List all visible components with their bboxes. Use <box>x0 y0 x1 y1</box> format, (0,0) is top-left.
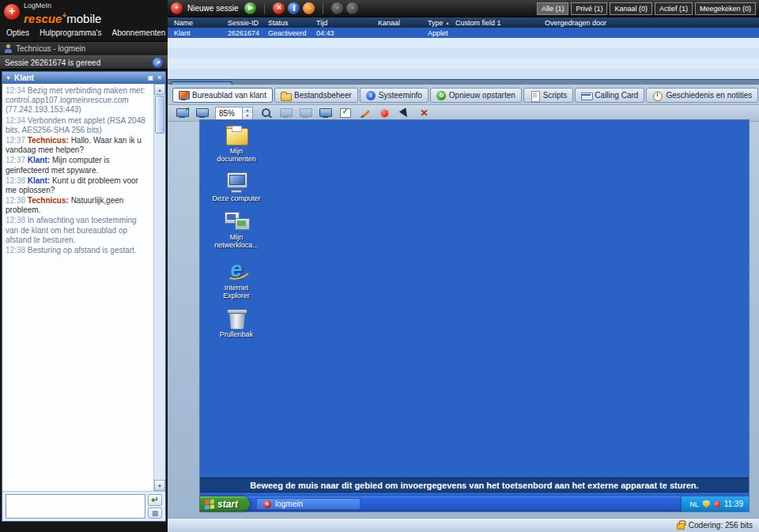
send-message-button[interactable]: ↵ <box>148 494 162 506</box>
tab-systeeminfo[interactable]: i Systeeminfo <box>360 88 429 103</box>
chat-input[interactable] <box>6 494 145 519</box>
brand-rescue-mobile-logo: rescue+mobile <box>24 9 168 25</box>
menu-abonnementen[interactable]: Abonnementen <box>112 28 166 37</box>
ws-tab-label: Geschiedenis en notities <box>666 91 752 100</box>
chat-close-icon[interactable]: ✕ <box>157 74 162 81</box>
tab-opnieuw-opstarten[interactable]: ↻ Opnieuw opstarten <box>430 88 522 103</box>
ws-tab-label: Systeeminfo <box>379 91 422 100</box>
zoom-select[interactable]: 85% ▲ ▼ <box>215 107 253 120</box>
menu-opties[interactable]: Opties <box>6 28 29 37</box>
column-custom-field-1[interactable]: Custom field 1 <box>455 19 545 27</box>
arrow-badge-icon: ↗ <box>184 106 190 113</box>
chat-scrollbar[interactable]: ▲ ▼ <box>153 84 165 491</box>
monitor-icon <box>300 108 312 118</box>
start-button[interactable]: start <box>200 496 250 511</box>
desktop-icon-mijn-netwerklocaties[interactable]: Mijn netwerkloca... <box>211 211 262 250</box>
chat-input-buttons: ↵ ▦ <box>148 494 162 519</box>
menu-hulpprogrammas[interactable]: Hulpprogramma's <box>40 28 102 37</box>
column-kanaal[interactable]: Kanaal <box>378 19 428 27</box>
column-sessie-id[interactable]: Sessie-ID <box>228 19 268 27</box>
new-session-icon[interactable]: + <box>171 2 183 14</box>
tray-clock[interactable]: 11:39 <box>724 500 743 508</box>
logmein-task-icon: + <box>263 500 271 508</box>
tab-bureaublad-van-klant[interactable]: Bureaublad van klant <box>172 88 273 103</box>
end-session-icon[interactable]: ✕ <box>273 2 285 14</box>
magnifier-button[interactable] <box>258 106 274 120</box>
keypad-icon: ▦ <box>152 509 159 517</box>
end-remote-control-button[interactable]: ✕ <box>416 106 432 120</box>
desktop-icon-label: Prullenbak <box>220 330 254 338</box>
filter-meegekeken[interactable]: Meegekeken (0) <box>695 2 756 15</box>
desktop-icon-internet-explorer[interactable]: e Internet Explorer <box>211 258 262 300</box>
rescue-app-icon: + <box>4 4 20 20</box>
tab-geschiedenis-en-notities[interactable]: Geschiedenis en notities <box>646 88 758 103</box>
chat-log[interactable]: 12:34 Bezig met verbinding maken met: co… <box>2 84 165 491</box>
send-icon: ↵ <box>151 495 158 505</box>
filter-alle[interactable]: Alle (1) <box>537 2 569 15</box>
chat-sender-client: Klant: <box>28 176 50 185</box>
keyboard-hint-bar[interactable]: Beweeg de muis naar dit gebied om invoer… <box>200 477 749 492</box>
internet-explorer-icon: e <box>230 258 242 282</box>
remote-desktop-icon <box>179 91 189 100</box>
whiteboard-button[interactable]: ✓ <box>337 106 353 120</box>
filter-prive[interactable]: Privé (1) <box>571 2 607 15</box>
chat-message-text: Hallo. Waar kan ik u vandaag mee helpen? <box>6 136 142 154</box>
keyboard-language-indicator[interactable]: NL <box>689 500 699 508</box>
desktop-icon-prullenbak[interactable]: Prullenbak <box>211 308 262 338</box>
column-status[interactable]: Status <box>268 19 316 27</box>
column-overgedragen-door[interactable]: Overgedragen door <box>545 19 759 27</box>
taskbar-item-logmein[interactable]: + logmein <box>256 498 361 510</box>
view-options-button[interactable]: ↗ <box>174 106 191 120</box>
start-label: start <box>217 499 238 510</box>
network-screen-1 <box>227 214 236 220</box>
remote-desktop-screen[interactable]: Mijn documenten Deze computer Mijn netwe… <box>199 119 750 512</box>
magnifier-icon <box>261 108 272 119</box>
column-type[interactable]: Type ▲ <box>428 19 455 27</box>
pen-button[interactable] <box>357 106 373 120</box>
status-bar: Codering: 256 bits <box>168 518 759 532</box>
rescue-tray-icon[interactable] <box>714 501 720 507</box>
windows-flag-icon <box>205 499 214 509</box>
monitors-button[interactable] <box>194 106 210 120</box>
table-row-empty <box>168 48 759 58</box>
ws-tab-label: Calling Card <box>595 91 638 100</box>
chat-titlebar[interactable]: ▼ Klant ▣ ✕ <box>2 72 165 84</box>
ws-tab-label: Bestandsbeheer <box>294 91 352 100</box>
chat-message-time: 12:38 <box>6 176 25 185</box>
transfer-session-icon[interactable]: → <box>303 2 315 14</box>
filter-actief[interactable]: Actief (1) <box>655 2 693 15</box>
remote-cursor-button[interactable] <box>396 106 413 120</box>
zoom-value[interactable]: 85% <box>216 108 242 119</box>
pen-icon <box>360 108 371 119</box>
zoom-up-icon[interactable]: ▲ <box>243 108 252 114</box>
chat-message: 12:38 Besturing op afstand is gestart. <box>6 246 151 255</box>
zoom-down-icon[interactable]: ▼ <box>243 113 252 119</box>
scrollbar-thumb[interactable] <box>155 96 164 134</box>
scroll-down-icon[interactable]: ▼ <box>154 480 165 491</box>
chat-message-time: 12:34 <box>6 116 25 125</box>
start-session-icon[interactable]: ▶ <box>244 2 256 14</box>
tab-calling-card[interactable]: Calling Card <box>575 88 644 103</box>
table-row-selected[interactable]: Klant 26261674 Geactiveerd 04:43 Applet <box>168 28 759 38</box>
laptop-button[interactable] <box>317 106 334 120</box>
tab-bestandsbeheer[interactable]: Bestandsbeheer <box>274 88 358 103</box>
security-shield-icon[interactable] <box>703 500 710 508</box>
desktop-icon-mijn-documenten[interactable]: Mijn documenten <box>211 125 262 164</box>
filter-kanaal[interactable]: Kanaal (0) <box>610 2 652 15</box>
desktop-icon-deze-computer[interactable]: Deze computer <box>211 172 262 202</box>
column-name[interactable]: Name <box>174 19 228 27</box>
chat-message: 12:38 Technicus: Natuurlijk,geen problee… <box>6 196 151 215</box>
hold-session-icon[interactable]: ∥ <box>288 2 300 14</box>
chat-popout-icon[interactable]: ▣ <box>148 74 154 81</box>
calling-card-icon <box>581 91 591 100</box>
column-tijd[interactable]: Tijd <box>316 19 378 27</box>
laser-pointer-button[interactable] <box>376 106 393 120</box>
brand-header: + LogMeIn rescue+mobile <box>0 0 168 25</box>
chevron-down-icon[interactable]: ▼ <box>6 72 11 84</box>
new-session-label[interactable]: Nieuwe sessie <box>187 4 238 13</box>
laser-dot-icon <box>381 110 388 117</box>
special-keys-button[interactable]: ▦ <box>148 507 162 519</box>
chat-title: Klant <box>14 74 34 82</box>
tab-scripts[interactable]: Scripts <box>523 88 574 103</box>
scroll-up-icon[interactable]: ▲ <box>154 84 165 95</box>
